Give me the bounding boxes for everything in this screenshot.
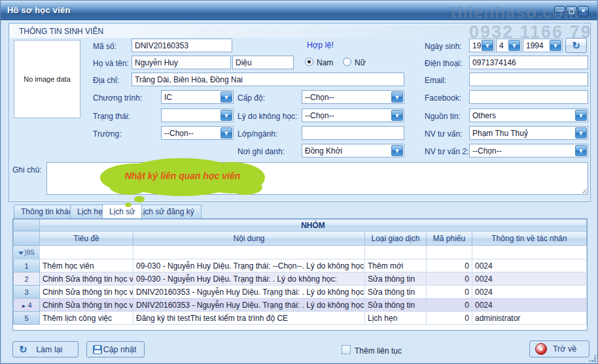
- groupbox-title: THÔNG TIN SINH VIÊN: [10, 24, 589, 38]
- resize-grip[interactable]: [594, 360, 596, 362]
- valid-badge: Hợp lệ!: [307, 41, 334, 50]
- group-header: NHÓM: [40, 220, 587, 231]
- chevron-down-icon[interactable]: ▼: [391, 145, 403, 156]
- label-truong: Trường:: [93, 129, 121, 139]
- radio-nu[interactable]: [343, 58, 351, 66]
- label-ngay-sinh: Ngày sinh:: [425, 42, 462, 51]
- table-row[interactable]: 3 Chinh Sửa thông tin học viên DNIV20160…: [14, 286, 587, 299]
- continuous-add-label: Thêm liên tục: [355, 346, 402, 356]
- radio-nam[interactable]: [305, 58, 313, 66]
- tab-lich-su[interactable]: Lịch sử: [102, 204, 142, 218]
- label-ghi-chu: Ghi chú:: [12, 165, 42, 174]
- label-nv-tu-van: NV tư vấn:: [425, 129, 462, 139]
- label-noi-ghi-danh: Nơi ghi danh:: [237, 147, 285, 156]
- refresh-icon: ↻: [572, 41, 580, 50]
- class-major-input[interactable]: [302, 126, 404, 140]
- program-combo[interactable]: IC ▼: [161, 90, 234, 104]
- chevron-down-icon[interactable]: ▼: [220, 127, 232, 139]
- reset-button[interactable]: ↻ Làm lại: [12, 341, 79, 357]
- table-row[interactable]: 2 Chinh Sửa thông tin học viên 09-030 - …: [14, 273, 587, 286]
- chevron-down-icon[interactable]: ▼: [220, 110, 232, 121]
- email-input[interactable]: [469, 73, 588, 86]
- label-nguon-tin: Nguồn tin:: [425, 112, 461, 121]
- phone-input[interactable]: [469, 56, 588, 69]
- label-ma-so: Mã số:: [93, 42, 116, 51]
- col-ma-phieu[interactable]: Mã phiếu: [427, 231, 472, 246]
- ma-so-input[interactable]: [132, 39, 232, 52]
- label-ly-do: Lý do không học:: [237, 112, 297, 121]
- label-dien-thoai: Điện thoại:: [425, 59, 462, 68]
- col-noi-dung[interactable]: Nội dung: [133, 231, 365, 246]
- enrollment-place-combo[interactable]: Đồng Khởi ▼: [302, 144, 404, 157]
- continuous-add-checkbox[interactable]: [342, 345, 351, 354]
- chevron-down-icon[interactable]: ▼: [575, 145, 587, 156]
- minimize-icon[interactable]: —: [554, 6, 565, 16]
- label-nv-tu-van-2: NV tư vấn 2:: [425, 147, 468, 156]
- table-row[interactable]: 5 Thêm lịch công việc Đăng ký thi testTh…: [14, 312, 587, 325]
- refresh-icon: ↻: [19, 344, 27, 354]
- status-combo[interactable]: ▼: [161, 108, 234, 122]
- label-dia-chi: Địa chỉ:: [93, 76, 119, 85]
- label-trang-thai: Trạng thái:: [93, 112, 130, 121]
- save-button[interactable]: Cập nhật: [86, 341, 145, 357]
- advisor-combo[interactable]: Phạm Thu Thuỷ ▼: [469, 126, 588, 140]
- col-loai-giao-dich[interactable]: Loại giao dịch: [365, 231, 427, 246]
- birth-year-combo[interactable]: 1994 ▼: [523, 39, 563, 52]
- source-combo[interactable]: Others ▼: [469, 108, 588, 122]
- label-facebook: Facebook:: [425, 93, 461, 103]
- level-combo[interactable]: --Chọn-- ▼: [302, 90, 404, 104]
- table-row-selected[interactable]: ►4 Chinh Sửa thông tin học viên DNIV2016…: [14, 299, 587, 312]
- chevron-down-icon[interactable]: ▼: [575, 127, 587, 139]
- chevron-down-icon[interactable]: ▼: [391, 91, 403, 103]
- current-row-icon: ►: [21, 303, 26, 309]
- table-row[interactable]: 1 Thêm học viên 09-030 - Nguyễn Huy Diệu…: [14, 259, 587, 273]
- filter-icon: [18, 252, 24, 255]
- back-button[interactable]: × Trở về: [529, 340, 589, 357]
- title-bar[interactable]: Hồ sơ học viên — ▢ ×: [1, 1, 597, 20]
- label-email: Email:: [425, 76, 446, 85]
- col-tac-nhan[interactable]: Thông tin về tác nhân: [472, 231, 587, 246]
- annotation-bubble: Nhật ký liên quan học viên: [100, 158, 265, 196]
- label-nu: Nữ: [355, 58, 366, 67]
- label-nam: Nam: [317, 58, 333, 67]
- col-tieu-de[interactable]: Tiêu đề: [40, 231, 133, 246]
- group-header-row: NHÓM: [14, 220, 587, 231]
- label-cap-do: Cấp độ:: [237, 93, 265, 103]
- chevron-down-icon[interactable]: ▼: [391, 110, 403, 121]
- chevron-down-icon[interactable]: ▼: [575, 110, 587, 121]
- student-profile-window: Hồ sơ học viên — ▢ × thienhaso.com 0932 …: [0, 0, 598, 364]
- annotation-text: Nhật ký liên quan học viên: [100, 171, 265, 181]
- birthdate-refresh-button[interactable]: ↻: [565, 38, 587, 53]
- history-grid: NHÓM Tiêu đề Nội dung Loại giao dịch Mã …: [12, 218, 588, 331]
- birth-day-combo[interactable]: 19 ▼: [469, 39, 495, 52]
- first-name-input[interactable]: [132, 56, 231, 69]
- chevron-down-icon[interactable]: ▼: [220, 91, 232, 103]
- dropout-reason-combo[interactable]: --Chọn-- ▼: [302, 108, 404, 122]
- maximize-icon[interactable]: ▢: [566, 6, 577, 16]
- advisor2-combo[interactable]: --Chọn-- ▼: [469, 144, 588, 157]
- chevron-down-icon[interactable]: ▼: [550, 40, 561, 51]
- save-icon: [93, 345, 102, 354]
- window-title: Hồ sơ học viên: [7, 5, 71, 15]
- label-chuong-trinh: Chương trình:: [93, 93, 142, 103]
- address-input[interactable]: [132, 73, 404, 86]
- chevron-down-icon[interactable]: ▼: [508, 40, 520, 51]
- birth-month-combo[interactable]: 4 ▼: [496, 39, 521, 52]
- school-combo[interactable]: --Chọn-- ▼: [161, 126, 234, 140]
- last-name-input[interactable]: [232, 56, 294, 69]
- facebook-input[interactable]: [469, 90, 588, 104]
- label-lop-nganh: Lớp/ngành:: [237, 129, 277, 139]
- filter-row[interactable]: )9S: [14, 246, 587, 259]
- chevron-down-icon[interactable]: ▼: [482, 40, 493, 51]
- label-ho-ten: Họ và tên:: [93, 59, 129, 68]
- student-photo-placeholder: No image data: [14, 40, 80, 118]
- back-close-icon: ×: [535, 343, 547, 355]
- column-header-row: Tiêu đề Nội dung Loại giao dịch Mã phiếu…: [14, 231, 587, 246]
- close-icon[interactable]: ×: [578, 6, 589, 16]
